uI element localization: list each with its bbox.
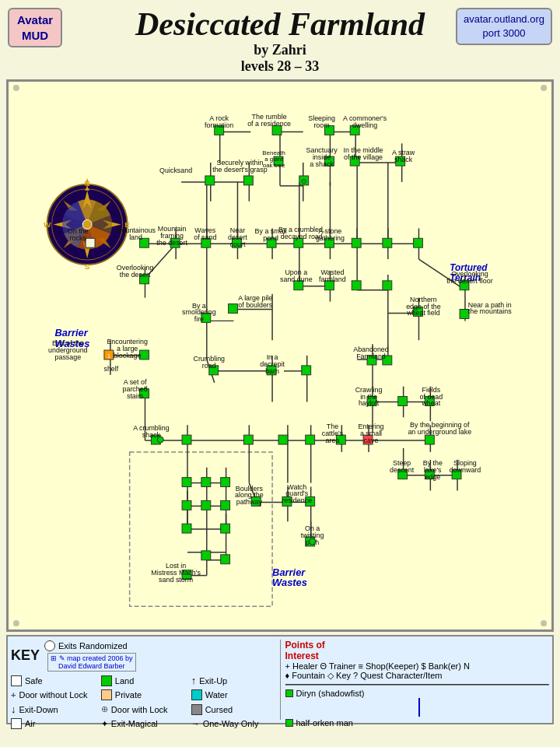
svg-text:dwelling: dwelling bbox=[352, 121, 377, 129]
barrier-wastes-bottom-label: Barrier bbox=[272, 566, 306, 578]
svg-text:the desert's grasp: the desert's grasp bbox=[212, 166, 268, 174]
node-boulders bbox=[229, 304, 238, 314]
svg-text:gathering: gathering bbox=[316, 234, 345, 242]
node-fields-wheat bbox=[398, 397, 408, 406]
svg-text:W: W bbox=[44, 221, 51, 230]
svg-text:1: 1 bbox=[107, 352, 111, 359]
cursed-label: Cursed bbox=[205, 705, 233, 714]
exit-magical-label: Exit-Magical bbox=[111, 719, 158, 728]
svg-text:pond: pond bbox=[263, 234, 278, 242]
land-box bbox=[101, 675, 112, 686]
svg-text:the desert floor: the desert floor bbox=[446, 277, 492, 285]
svg-text:farmland: farmland bbox=[319, 275, 346, 283]
one-way-icon: → bbox=[191, 719, 200, 728]
poi-line2: ♦ Fountain ◇ Key ? Quest Character/Item bbox=[285, 671, 550, 681]
svg-rect-143 bbox=[352, 281, 361, 290]
svg-rect-160 bbox=[182, 524, 191, 533]
svg-text:sand storm: sand storm bbox=[159, 576, 193, 584]
svg-text:shack: shack bbox=[394, 156, 413, 163]
svg-text:an underground lake: an underground lake bbox=[408, 428, 471, 436]
svg-text:court: court bbox=[230, 240, 246, 248]
svg-text:Θ: Θ bbox=[301, 177, 306, 185]
svg-rect-150 bbox=[243, 435, 253, 444]
land-label: Land bbox=[115, 676, 134, 686]
npc2-dot bbox=[285, 719, 293, 727]
svg-text:hayloft: hayloft bbox=[359, 400, 380, 408]
svg-point-3 bbox=[13, 620, 19, 626]
one-way-label: One-Way Only bbox=[203, 719, 259, 728]
map-credit-label: ⊞ ✎ map created 2006 byDavid Edward Barb… bbox=[47, 653, 136, 672]
poi-line1: + Healer Θ Trainer ≡ Shop(Keeper) $ Bank… bbox=[285, 661, 550, 671]
private-label: Private bbox=[115, 690, 142, 700]
exit-up-icon: ↑ bbox=[191, 675, 197, 686]
map-area: N S W E Barrier Wastes Tortured Terrain … bbox=[6, 79, 554, 632]
node-underground-lake bbox=[425, 435, 434, 444]
private-box bbox=[101, 689, 112, 700]
map-svg: N S W E Barrier Wastes Tortured Terrain … bbox=[9, 82, 551, 630]
svg-point-275 bbox=[157, 437, 163, 443]
svg-rect-157 bbox=[201, 501, 211, 510]
svg-rect-144 bbox=[383, 281, 392, 290]
exit-magical-icon: ✦ bbox=[101, 719, 108, 729]
key-right: Points of Interest + Healer Θ Trainer ≡ … bbox=[281, 640, 550, 720]
key-left: KEY Exits Randomized ⊞ ✎ map created 200… bbox=[11, 640, 281, 720]
svg-text:land: land bbox=[129, 233, 142, 241]
svg-text:room: room bbox=[313, 121, 329, 129]
svg-text:Farmland: Farmland bbox=[356, 352, 386, 360]
exits-randomized-icon bbox=[44, 640, 55, 651]
svg-point-2 bbox=[541, 85, 547, 91]
safe-label: Safe bbox=[25, 676, 43, 686]
page-header: Avatar MUD avatar.outland.org port 3000 … bbox=[0, 0, 560, 76]
npc2-label: half-orken man bbox=[296, 718, 353, 728]
svg-point-4 bbox=[541, 620, 547, 626]
svg-rect-159 bbox=[182, 501, 191, 510]
svg-text:barn: barn bbox=[265, 367, 279, 375]
svg-text:the desert: the desert bbox=[156, 239, 187, 247]
svg-rect-158 bbox=[221, 501, 230, 510]
svg-text:S: S bbox=[85, 262, 90, 271]
svg-rect-152 bbox=[306, 435, 315, 444]
svg-text:formation: formation bbox=[205, 121, 233, 129]
node-securely bbox=[243, 176, 253, 185]
door-lock-label: Door with Lock bbox=[111, 705, 168, 714]
svg-text:edge: edge bbox=[425, 473, 440, 481]
svg-text:road: road bbox=[202, 362, 216, 370]
svg-text:downward: downward bbox=[450, 466, 481, 474]
key-section: KEY Exits Randomized ⊞ ✎ map created 200… bbox=[6, 635, 554, 724]
svg-text:of boulders: of boulders bbox=[238, 301, 273, 309]
exit-down-label: Exit-Down bbox=[19, 705, 58, 714]
svg-text:oak tree: oak tree bbox=[263, 162, 285, 169]
exit-down-icon: ↓ bbox=[11, 703, 16, 715]
air-label: Air bbox=[25, 719, 35, 728]
levels-label: levels 28 – 33 bbox=[0, 58, 560, 75]
svg-text:shelf: shelf bbox=[103, 365, 118, 373]
avatar-mud-badge: Avatar MUD bbox=[8, 8, 62, 47]
svg-text:pathway: pathway bbox=[236, 499, 263, 507]
svg-rect-140 bbox=[352, 238, 361, 247]
svg-rect-151 bbox=[278, 435, 288, 444]
svg-text:wheat field: wheat field bbox=[406, 310, 440, 317]
door-no-lock-label: Door without Lock bbox=[19, 690, 87, 700]
svg-text:rocks: rocks bbox=[70, 234, 87, 242]
svg-text:cave: cave bbox=[364, 437, 379, 444]
barrier-wastes-left-label: Barrier bbox=[54, 327, 88, 338]
svg-rect-161 bbox=[221, 524, 230, 533]
air-box bbox=[11, 718, 22, 729]
svg-text:of a residence: of a residence bbox=[247, 120, 291, 128]
npc2-row: half-orken man bbox=[285, 718, 550, 728]
svg-text:passage: passage bbox=[54, 353, 81, 361]
svg-rect-146 bbox=[302, 366, 311, 375]
svg-rect-142 bbox=[414, 238, 423, 247]
svg-rect-141 bbox=[383, 238, 392, 247]
svg-text:of sand: of sand bbox=[194, 233, 216, 241]
poi-title: Points of bbox=[285, 640, 550, 651]
svg-text:residence: residence bbox=[282, 497, 313, 505]
water-box bbox=[191, 689, 202, 700]
exits-randomized-label: Exits Randomized bbox=[58, 641, 128, 651]
svg-text:of the village: of the village bbox=[344, 153, 383, 161]
svg-text:descent: descent bbox=[390, 466, 415, 474]
svg-point-274 bbox=[310, 538, 316, 545]
cursed-box bbox=[191, 704, 202, 715]
node-quicksand bbox=[205, 176, 215, 185]
svg-text:the desert: the desert bbox=[120, 271, 151, 279]
